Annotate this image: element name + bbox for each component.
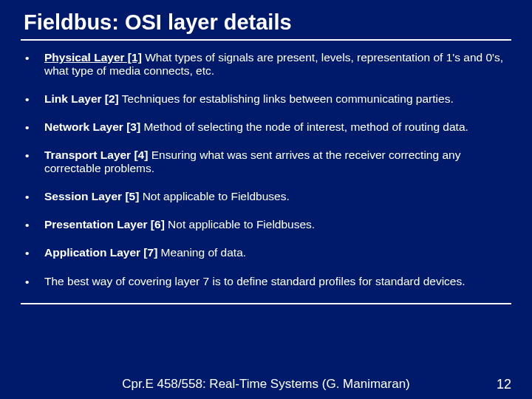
bullet-body: Not applicable to Fieldbuses. bbox=[139, 190, 289, 202]
bullet-text: Physical Layer [1] What types of signals… bbox=[44, 51, 507, 78]
bullet-item: • Network Layer [3] Method of selecting … bbox=[25, 120, 507, 134]
bullet-heading: Presentation Layer [6] bbox=[44, 218, 165, 231]
bullet-item: • Presentation Layer [6] Not applicable … bbox=[25, 218, 507, 232]
bullet-text: Session Layer [5] Not applicable to Fiel… bbox=[44, 190, 507, 203]
bullet-dot: • bbox=[25, 120, 44, 134]
footer: Cpr.E 458/558: Real-Time Systems (G. Man… bbox=[0, 377, 532, 392]
slide-title: Fieldbus: OSI layer details bbox=[21, 10, 511, 35]
slide: Fieldbus: OSI layer details • Physical L… bbox=[0, 0, 532, 399]
bullet-item: • Physical Layer [1] What types of signa… bbox=[25, 51, 507, 78]
footer-text: Cpr.E 458/558: Real-Time Systems (G. Man… bbox=[122, 377, 410, 392]
bullet-text: The best way of covering layer 7 is to d… bbox=[44, 275, 507, 288]
bullet-item: • Application Layer [7] Meaning of data. bbox=[25, 246, 507, 260]
bullet-heading: Application Layer [7] bbox=[44, 246, 157, 259]
bullet-heading: Transport Layer [4] bbox=[44, 149, 148, 161]
bullet-heading: Network Layer [3] bbox=[44, 120, 140, 133]
bullet-dot: • bbox=[25, 275, 44, 289]
bullet-text: Link Layer [2] Techniques for establishi… bbox=[44, 92, 507, 106]
bullet-dot: • bbox=[25, 190, 44, 204]
bullet-text: Network Layer [3] Method of selecting th… bbox=[44, 120, 507, 134]
bottom-rule bbox=[21, 303, 511, 304]
bullet-dot: • bbox=[25, 92, 44, 106]
bullet-dot: • bbox=[25, 51, 44, 65]
bullet-heading: Physical Layer [1] bbox=[44, 51, 142, 64]
bullet-body: Meaning of data. bbox=[157, 246, 246, 259]
bullet-list: • Physical Layer [1] What types of signa… bbox=[21, 51, 511, 289]
title-underline bbox=[21, 39, 511, 41]
page-number: 12 bbox=[497, 377, 511, 392]
bullet-body: Not applicable to Fieldbuses. bbox=[165, 218, 315, 231]
bullet-dot: • bbox=[25, 218, 44, 232]
bullet-body: Techniques for establishing links betwee… bbox=[119, 92, 454, 105]
bullet-heading: Link Layer [2] bbox=[44, 92, 119, 105]
bullet-heading: Session Layer [5] bbox=[44, 190, 139, 202]
bullet-item: • The best way of covering layer 7 is to… bbox=[25, 275, 507, 289]
bullet-text: Transport Layer [4] Ensuring what was se… bbox=[44, 149, 507, 176]
bullet-dot: • bbox=[25, 149, 44, 163]
bullet-body: Method of selecting the node of interest… bbox=[140, 120, 468, 133]
bullet-text: Presentation Layer [6] Not applicable to… bbox=[44, 218, 507, 231]
bullet-text: Application Layer [7] Meaning of data. bbox=[44, 246, 507, 259]
bullet-dot: • bbox=[25, 246, 44, 260]
bullet-item: • Session Layer [5] Not applicable to Fi… bbox=[25, 190, 507, 204]
bullet-item: • Link Layer [2] Techniques for establis… bbox=[25, 92, 507, 106]
bullet-body: The best way of covering layer 7 is to d… bbox=[44, 275, 466, 287]
bullet-item: • Transport Layer [4] Ensuring what was … bbox=[25, 149, 507, 176]
